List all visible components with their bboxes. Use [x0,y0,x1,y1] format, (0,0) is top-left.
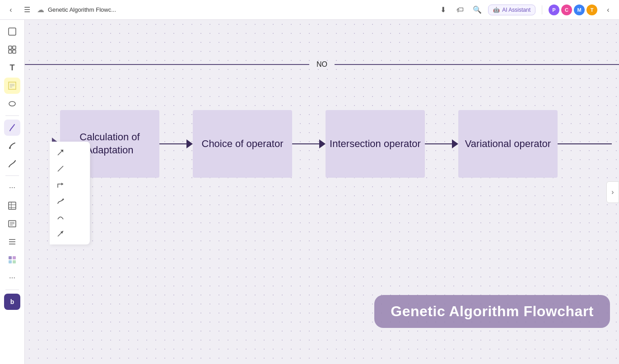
arrow-line-1 [159,143,186,144]
right-panel-toggle[interactable]: › [606,181,619,203]
canvas-area[interactable]: NO Calculation of Adaptation Choice of o… [25,20,619,364]
svg-rect-22 [9,256,12,259]
no-line-container: NO [25,60,619,69]
search-button[interactable]: 🔍 [471,4,484,16]
svg-rect-25 [13,260,16,263]
flow-box-intersection[interactable]: Intersection operator [326,110,425,178]
svg-point-9 [9,101,15,106]
arrowhead-2 [319,139,326,148]
sidebar-tool-logo[interactable]: b [4,294,20,310]
arrow-right-tool[interactable] [53,226,68,241]
arrowhead-3 [452,139,458,148]
svg-rect-0 [9,28,16,35]
arc-connector-tool[interactable] [53,210,68,225]
svg-marker-29 [61,183,63,185]
separator [542,5,542,14]
arrow-line-end-line [558,143,612,144]
sidebar-tool-table[interactable] [4,198,20,214]
no-label: NO [309,60,335,69]
back-button[interactable]: ‹ [5,4,17,16]
arrow-1 [159,139,193,148]
elbow-connector-tool[interactable] [53,178,68,192]
sidebar-tool-connector[interactable] [4,156,20,172]
svg-point-10 [9,147,11,149]
topbar-right: ⬇ 🏷 🔍 🤖 AI Assistant P C M T ‹ [437,4,614,16]
sidebar-tool-textblock[interactable] [4,216,20,232]
tag-button[interactable]: 🏷 [454,4,466,16]
menu-button[interactable]: ☰ [21,4,33,16]
ai-assistant-button[interactable]: 🤖 AI Assistant [488,5,535,15]
no-line-left [25,64,309,65]
left-sidebar: T ⋯ ⋯ [0,20,25,364]
svg-marker-30 [61,198,64,200]
more-apps-button[interactable]: ‹ [602,4,614,16]
arrow-line-3 [425,143,452,144]
title-badge: Genetic Algorithm Flowchart [374,295,610,328]
svg-rect-23 [13,256,16,259]
sidebar-tool-ellipse[interactable] [4,96,20,112]
diagonal-arrow-tool[interactable] [53,145,68,160]
sidebar-tool-grid[interactable] [4,252,20,268]
sidebar-divider-1 [5,115,19,116]
app-icon-p[interactable]: P [549,5,559,15]
sidebar-tool-list[interactable] [4,234,20,250]
svg-rect-1 [9,46,12,49]
curved-connector-tool[interactable] [53,194,68,208]
svg-rect-4 [13,50,16,53]
arrow-2 [292,139,326,148]
svg-rect-11 [9,202,16,209]
app-icons-group: P C M T [549,5,597,15]
flow-box-variational[interactable]: Variational operator [458,110,558,178]
sidebar-tool-more1[interactable]: ⋯ [4,180,20,196]
no-line-right [335,64,619,65]
sidebar-tool-sticky[interactable] [4,78,20,94]
flow-box-choice[interactable]: Choice of operator [193,110,292,178]
sidebar-tool-brush[interactable] [4,138,20,154]
topbar: ‹ ☰ ☁ Genetic Algorithm Flowc... ⬇ 🏷 🔍 🤖… [0,0,619,20]
arrow-end [558,143,612,144]
app-icon-c[interactable]: C [561,5,572,15]
arrow-line-2 [292,143,319,144]
ai-assistant-label: AI Assistant [502,7,531,13]
sidebar-tool-text[interactable]: T [4,60,20,76]
sidebar-tool-pen[interactable] [4,120,20,136]
download-button[interactable]: ⬇ [437,4,449,16]
topbar-left: ‹ ☰ ☁ Genetic Algorithm Flowc... [5,4,116,16]
straight-line-tool[interactable] [53,161,68,176]
ai-icon: 🤖 [493,7,500,13]
app-icon-m[interactable]: M [574,5,585,15]
svg-rect-24 [9,260,12,263]
main-layout: T ⋯ ⋯ [0,20,619,364]
arrow-3 [425,139,458,148]
sidebar-tool-shapes[interactable] [4,23,20,40]
sidebar-tool-frame[interactable] [4,41,20,58]
app-icon-t[interactable]: T [586,5,597,15]
svg-rect-2 [13,46,16,49]
flowchart-row: Calculation of Adaptation Choice of oper… [52,110,619,178]
connector-panel [50,142,90,244]
svg-rect-3 [9,50,12,53]
sidebar-divider-3 [5,290,19,290]
sidebar-tool-more2[interactable]: ⋯ [4,270,20,286]
svg-line-28 [58,166,63,171]
arrowhead-1 [186,139,193,148]
sidebar-divider-2 [5,175,19,176]
cloud-icon: ☁ [37,5,44,14]
title-badge-text: Genetic Algorithm Flowchart [391,303,594,320]
document-title: Genetic Algorithm Flowc... [48,6,116,13]
